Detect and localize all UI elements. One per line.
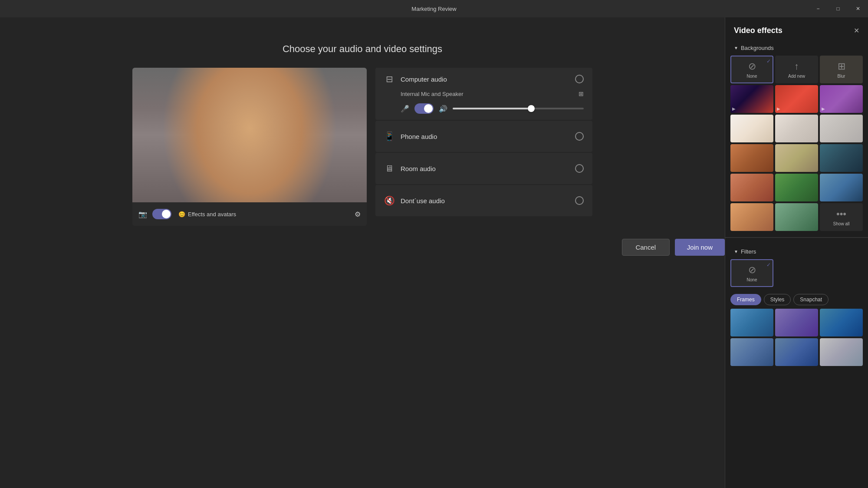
background-1-thumb[interactable]: ▶ (730, 85, 773, 113)
video-preview: 📷 😊 Effects and avatars ⚙ (132, 68, 367, 226)
add-new-label: Add new (788, 74, 805, 79)
show-all-thumb[interactable]: ••• Show all (820, 203, 863, 231)
preview-audio-container: 📷 😊 Effects and avatars ⚙ ⊟ Computer aud… (132, 68, 592, 226)
filters-label: Filters (741, 248, 756, 255)
background-3-thumb[interactable]: ▶ (820, 85, 863, 113)
none-label: None (747, 74, 757, 79)
computer-audio-option[interactable]: ⊟ Computer audio Internal Mic and Speake… (375, 68, 592, 120)
maximize-button[interactable]: □ (828, 0, 848, 17)
video-bg-indicator-2: ▶ (777, 106, 780, 111)
phone-audio-radio[interactable] (575, 132, 584, 141)
join-now-button[interactable]: Join now (675, 239, 725, 256)
room-audio-radio[interactable] (575, 164, 584, 173)
backgrounds-label: Backgrounds (741, 45, 774, 51)
background-12-thumb[interactable] (820, 174, 863, 201)
filter-none-icon: ⊘ (748, 264, 756, 276)
filter-tabs: Frames Styles Snapchat (725, 290, 868, 309)
background-4-thumb[interactable] (730, 115, 773, 142)
panel-close-button[interactable]: ✕ (854, 26, 859, 35)
adjust-icon[interactable]: ⊞ (579, 90, 584, 97)
tab-frames[interactable]: Frames (730, 294, 761, 305)
video-controls: 📷 😊 Effects and avatars ⚙ (132, 202, 367, 226)
filter-none-row: ✓ ⊘ None (725, 259, 868, 287)
background-14-thumb[interactable] (775, 203, 818, 231)
volume-fill (453, 108, 531, 109)
background-8-thumb[interactable] (775, 144, 818, 172)
cancel-button[interactable]: Cancel (622, 239, 670, 256)
no-audio-label: Dont´use audio (401, 197, 569, 204)
computer-audio-header: ⊟ Computer audio (384, 74, 584, 84)
close-button[interactable]: ✕ (848, 0, 868, 17)
mic-icon: 🎤 (401, 105, 409, 113)
add-icon: ↑ (794, 61, 799, 72)
filter-2-thumb[interactable] (775, 309, 818, 336)
backgrounds-grid: ✓ ⊘ None ↑ Add new ⊞ Blur ▶ ▶ ▶ (725, 56, 868, 231)
panel-header: Video effects ✕ (725, 26, 868, 42)
blur-label: Blur (838, 74, 845, 79)
computer-audio-icon: ⊟ (384, 74, 395, 84)
panel-title: Video effects (734, 26, 783, 35)
no-audio-icon: 🔇 (384, 195, 395, 206)
window-controls: − □ ✕ (808, 0, 868, 17)
background-2-thumb[interactable]: ▶ (775, 85, 818, 113)
window-title: Marketing Review (411, 6, 456, 12)
effects-label: Effects and avatars (188, 211, 236, 218)
background-10-thumb[interactable] (730, 174, 773, 201)
none-icon: ⊘ (748, 61, 756, 72)
background-13-thumb[interactable] (730, 203, 773, 231)
filter-6-thumb[interactable] (820, 338, 863, 366)
video-bg-indicator: ▶ (732, 106, 736, 111)
room-audio-option[interactable]: 🖥 Room audio (375, 153, 592, 184)
background-7-thumb[interactable] (730, 144, 773, 172)
background-none-thumb[interactable]: ✓ ⊘ None (730, 56, 773, 83)
filter-4-thumb[interactable] (730, 338, 773, 366)
effects-icon: 😊 (178, 211, 185, 218)
tab-styles[interactable]: Styles (764, 294, 791, 305)
video-bg-indicator-3: ▶ (822, 106, 825, 111)
backgrounds-chevron-icon: ▼ (734, 46, 738, 50)
filter-none-thumb[interactable]: ✓ ⊘ None (730, 259, 773, 287)
action-buttons: Cancel Join now (265, 239, 725, 256)
phone-audio-option[interactable]: 📱 Phone audio (375, 121, 592, 152)
section-separator (725, 237, 868, 238)
filter-1-thumb[interactable] (730, 309, 773, 336)
computer-audio-radio[interactable] (575, 75, 584, 83)
no-audio-option[interactable]: 🔇 Dont´use audio (375, 185, 592, 216)
room-audio-icon: 🖥 (384, 164, 395, 174)
camera-icon: 📷 (138, 210, 147, 218)
show-all-label: Show all (833, 221, 850, 226)
content-area: Choose your audio and video settings 📷 😊… (0, 17, 725, 488)
settings-button[interactable]: ⚙ (355, 210, 361, 218)
backgrounds-section-header[interactable]: ▼ Backgrounds (725, 42, 868, 56)
tab-snapchat[interactable]: Snapchat (793, 294, 829, 305)
background-5-thumb[interactable] (775, 115, 818, 142)
main-area: Choose your audio and video settings 📷 😊… (0, 17, 868, 488)
background-6-thumb[interactable] (820, 115, 863, 142)
room-audio-label: Room audio (401, 165, 569, 172)
filter-3-thumb[interactable] (820, 309, 863, 336)
filters-section-header[interactable]: ▼ Filters (725, 246, 868, 259)
computer-audio-label: Computer audio (401, 76, 569, 83)
volume-thumb (528, 105, 535, 112)
device-row: Internal Mic and Speaker ⊞ (384, 90, 584, 97)
blur-icon: ⊞ (838, 61, 845, 72)
add-new-thumb[interactable]: ↑ Add new (775, 56, 818, 83)
page-title: Choose your audio and video settings (283, 43, 442, 55)
filter-none-label: None (747, 277, 757, 282)
more-icon: ••• (836, 208, 846, 220)
mic-toggle[interactable] (414, 103, 434, 114)
volume-slider[interactable] (453, 108, 584, 109)
background-11-thumb[interactable] (775, 174, 818, 201)
effects-avatars-button[interactable]: 😊 Effects and avatars (178, 211, 236, 218)
camera-toggle[interactable] (152, 209, 171, 219)
background-9-thumb[interactable] (820, 144, 863, 172)
minimize-button[interactable]: − (808, 0, 828, 17)
speaker-icon: 🔊 (439, 105, 447, 113)
person-image (132, 68, 367, 202)
title-bar: Marketing Review − □ ✕ (0, 0, 868, 17)
video-frame (132, 68, 367, 202)
filter-5-thumb[interactable] (775, 338, 818, 366)
filters-grid (725, 309, 868, 366)
blur-thumb[interactable]: ⊞ Blur (820, 56, 863, 83)
no-audio-radio[interactable] (575, 196, 584, 205)
